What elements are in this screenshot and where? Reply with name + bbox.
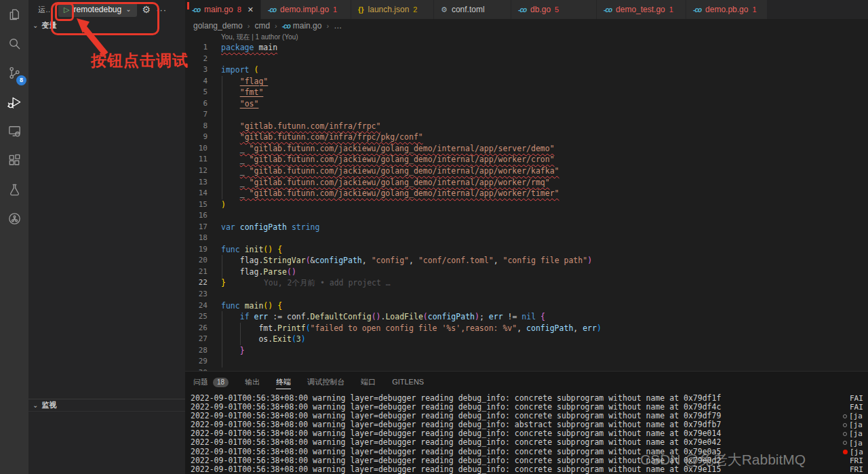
panel-tab-调试控制台[interactable]: 调试控制台 [307, 372, 344, 393]
breadcrumb-item[interactable]: golang_demo [193, 21, 243, 31]
watch-section-header[interactable]: ⌄ 监视 [28, 399, 185, 412]
tab-problem-count: 8 [237, 5, 241, 14]
line-number: 14 [185, 188, 208, 199]
circle-outline-icon [843, 441, 847, 445]
circle-outline-icon [843, 432, 847, 436]
code-line-6: 6 "os" [185, 98, 868, 110]
breadcrumb-label: golang_demo [193, 21, 243, 31]
code-text: }You, 2个月前 • add project … [185, 277, 868, 289]
breadcrumb-item[interactable]: -comain.go [282, 21, 322, 31]
code-line-3: 3import ( [185, 64, 868, 76]
line-number: 28 [185, 345, 208, 357]
terminal-instance-row[interactable]: [ja [843, 420, 868, 429]
terminal-instance-row[interactable]: FAI [843, 403, 868, 412]
code-text: _ "gitlab.futunn.com/jackiewu/golang_dem… [185, 177, 868, 189]
code-editor[interactable]: You, 现在 | 1 author (You) 1package main23… [185, 33, 868, 371]
terminal-instance-row[interactable]: [ja [843, 448, 868, 456]
tab-db.go[interactable]: -codb.go5 [511, 0, 597, 19]
tab-label: demo_test.go [616, 5, 665, 14]
line-number: 22 [185, 277, 208, 289]
code-line-29: 29 [185, 356, 868, 368]
panel-tab-GITLENS[interactable]: GITLENS [392, 372, 424, 393]
code-line-14: 14 _ "gitlab.futunn.com/jackiewu/golang_… [185, 188, 868, 199]
line-number: 21 [185, 266, 208, 278]
code-line-2: 2 [185, 54, 868, 65]
activity-item-explorer[interactable] [0, 0, 28, 29]
activity-bar: 8 [0, 0, 28, 474]
tab-label: db.go [530, 5, 551, 14]
tab-main.go[interactable]: -comain.go8✕ [185, 0, 261, 19]
code-line-20: 20 flag.StringVar(&configPath, "config",… [185, 255, 868, 266]
code-line-23: 23 [185, 289, 868, 300]
error-dot-icon [843, 450, 848, 454]
indent-guide [222, 76, 222, 199]
line-number: 11 [185, 154, 208, 165]
line-number: 16 [185, 210, 208, 222]
line-number: 8 [185, 121, 208, 132]
editor-group: -comain.go8✕-codemo.impl.go1{}launch.jso… [185, 0, 868, 474]
code-line-12: 12 _ "gitlab.futunn.com/jackiewu/golang_… [185, 165, 868, 177]
terminal-instance-label: FAI [850, 394, 863, 403]
tab-demo_test.go[interactable]: -codemo_test.go1 [597, 0, 686, 19]
circle-outline-icon [843, 423, 847, 427]
explorer-icon [7, 7, 22, 22]
annotation-tab-tick [187, 2, 189, 9]
terminal-instance-row[interactable]: FAI [843, 394, 868, 403]
extensions-icon [7, 153, 22, 168]
activity-item-remote-explorer[interactable] [0, 117, 28, 146]
activity-item-testing[interactable] [0, 175, 28, 204]
code-text: package main [185, 42, 868, 54]
panel-tab-终端[interactable]: 终端 [276, 372, 291, 393]
testing-icon [7, 182, 22, 197]
terminal-instance-label: [ja [850, 448, 863, 456]
tab-label: conf.toml [452, 5, 485, 14]
panel-tab-输出[interactable]: 输出 [245, 372, 260, 393]
tab-demo.pb.go[interactable]: -codemo.pb.go1 [686, 0, 768, 19]
breadcrumb-item[interactable]: cmd [254, 21, 270, 31]
code-text: _ "gitlab.futunn.com/jackiewu/golang_dem… [185, 165, 868, 177]
tab-demo.impl.go[interactable]: -codemo.impl.go1 [261, 0, 351, 19]
breadcrumb-separator: › [275, 22, 277, 30]
line-number: 17 [185, 222, 208, 233]
problems-count-badge: 18 [213, 378, 229, 387]
code-line-16: 16 [185, 210, 868, 222]
line-number: 27 [185, 334, 208, 345]
activity-item-source-control[interactable]: 8 [0, 58, 28, 87]
go-file-icon: -co [693, 6, 701, 14]
go-file-icon: -co [192, 6, 200, 14]
code-line-1: 1package main [185, 42, 868, 54]
panel-tabs: 问题18输出终端调试控制台端口GITLENS [185, 372, 868, 393]
code-line-28: 28 } [185, 345, 868, 357]
tab-conf.toml[interactable]: ⚙conf.toml [434, 0, 511, 19]
code-text: func init() { [185, 244, 868, 256]
terminal-instance-row[interactable]: [ja [843, 412, 868, 420]
code-line-26: 26 fmt.Printf("failed to open config fil… [185, 323, 868, 334]
activity-item-references[interactable] [0, 204, 28, 233]
go-file-icon: -co [282, 22, 290, 30]
activity-item-extensions[interactable] [0, 146, 28, 175]
tab-launch.json[interactable]: {}launch.json2 [351, 0, 434, 19]
close-icon[interactable]: ✕ [248, 5, 254, 14]
terminal-instance-row[interactable]: [ja [843, 438, 868, 447]
panel-tab-端口[interactable]: 端口 [361, 372, 376, 393]
code-line-27: 27 os.Exit(3) [185, 334, 868, 345]
code-line-22: 22}You, 2个月前 • add project … [185, 277, 868, 289]
line-number: 19 [185, 244, 208, 256]
line-number: 18 [185, 233, 208, 244]
tab-label: launch.json [368, 5, 410, 14]
code-text: func main() { [185, 300, 868, 312]
activity-item-search[interactable] [0, 29, 28, 58]
code-text: _ "gitlab.futunn.com/jackiewu/golang_dem… [185, 154, 868, 165]
terminal-instance-row[interactable]: FRI [843, 465, 868, 474]
code-line-4: 4 "flag" [185, 76, 868, 87]
terminal-instance-row[interactable]: [ja [843, 429, 868, 438]
breadcrumb-item[interactable]: … [334, 21, 342, 31]
terminal-instance-row[interactable]: FRI [843, 456, 868, 465]
terminal-instance-label: FAI [850, 403, 863, 412]
line-number: 13 [185, 177, 208, 189]
panel-tab-问题[interactable]: 问题18 [193, 372, 229, 393]
tab-problem-count: 1 [333, 5, 337, 14]
activity-item-run-and-debug[interactable] [0, 87, 28, 117]
code-text: var configPath string [185, 222, 868, 233]
code-text: fmt.Printf("failed to open config file '… [185, 323, 868, 334]
